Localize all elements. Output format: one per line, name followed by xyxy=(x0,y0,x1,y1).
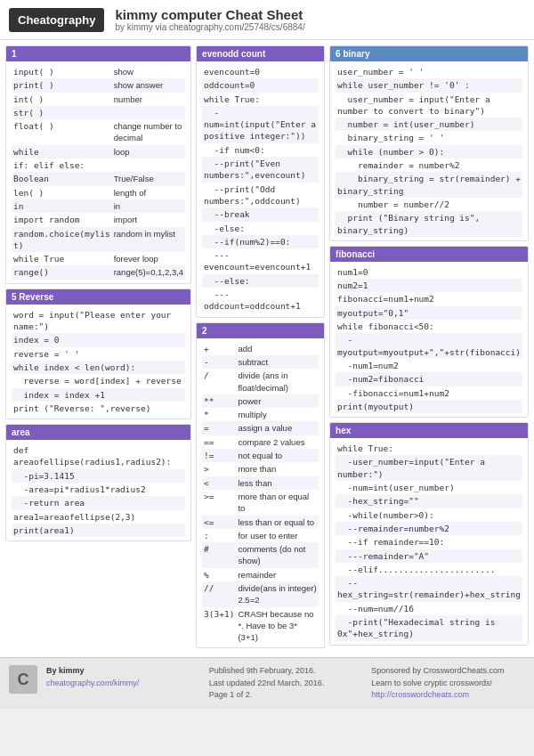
code-line: -num2=fibonacci xyxy=(336,372,522,386)
code-line: number = int(user_number) xyxy=(336,118,522,131)
code-line: oddcount=0 xyxy=(202,78,319,92)
table-row: **power xyxy=(202,394,319,408)
section-2-table: +add -subtract /divide (ans in float/dec… xyxy=(202,342,319,645)
code-line: area1=areaofellipse(2,3) xyxy=(12,510,185,524)
table-row: random.choice(mylis t)random in mylist xyxy=(12,227,185,253)
table-row: +add xyxy=(202,342,319,355)
table-row: >=more than or equal to xyxy=(202,490,319,516)
section-area-header: area xyxy=(6,425,190,440)
code-line: reverse = ' ' xyxy=(12,347,185,361)
code-line: while True: xyxy=(336,442,522,455)
table-row: str( ) xyxy=(12,106,185,119)
section-1-table: input( )show print( )show answer int( )n… xyxy=(12,65,185,280)
code-line: --print("Even numbers:",evencount) xyxy=(202,157,319,183)
logo: Cheatography xyxy=(9,8,104,32)
code-line: -return area xyxy=(12,496,185,509)
code-line: -area=pi*radius1*radius2 xyxy=(12,483,185,496)
section-hex-body: while True: -user_number=input("Enter a … xyxy=(330,438,528,644)
section-binary-header: 6 binary xyxy=(330,46,528,61)
section-reverse: 5 Reverse word = input("Please enter you… xyxy=(5,289,191,419)
footer-logo: C xyxy=(9,665,37,694)
table-row: range()range(5)=0,1,2,3,4 xyxy=(12,265,185,279)
code-line: while user_number != '0' : xyxy=(336,78,522,92)
code-line: --break xyxy=(202,207,319,221)
table-row: :for user to enter xyxy=(202,529,319,542)
section-binary: 6 binary user_number = ' ' while user_nu… xyxy=(329,45,529,241)
section-area-body: def areaofellipse(radius1,radius2): -pi=… xyxy=(6,440,190,541)
table-row: import randomimport xyxy=(12,213,185,226)
column-3: 6 binary user_number = ' ' while user_nu… xyxy=(329,45,529,648)
section-fibonacci-header: fibonacci xyxy=(330,247,528,262)
section-2-header: 2 xyxy=(197,323,324,338)
code-line: -num=int(input("Enter a positive integer… xyxy=(202,106,319,143)
column-2: evenodd count evencount=0 oddcount=0 whi… xyxy=(196,45,325,648)
footer-sponsor: Sponsored by CrosswordCheats.com Learn t… xyxy=(371,665,525,702)
code-line: user_number = ' ' xyxy=(336,65,522,78)
code-line: -num=int(user_number) xyxy=(336,481,522,494)
code-line: -else: xyxy=(202,222,319,235)
footer-page: Page 1 of 2. xyxy=(209,690,253,699)
section-reverse-header: 5 Reverse xyxy=(6,289,190,305)
code-line: -while(number>0): xyxy=(336,508,522,522)
table-row: len( )length of xyxy=(12,186,185,199)
footer-published: Published 9th February, 2016. xyxy=(209,666,316,675)
section-evenodd-body: evencount=0 oddcount=0 while True: -num=… xyxy=(197,61,324,317)
page-title: kimmy computer Cheat Sheet xyxy=(115,7,304,22)
section-area: area def areaofellipse(radius1,radius2):… xyxy=(5,424,191,541)
table-row: int( )number xyxy=(12,93,185,106)
code-line: --remainder=number%2 xyxy=(336,522,522,535)
section-evenodd: evenodd count evencount=0 oddcount=0 whi… xyxy=(196,45,325,318)
table-row: 3(3+1)CRASH because no *. Have to be 3*(… xyxy=(202,607,319,645)
code-line: ---remainder="A" xyxy=(336,549,522,563)
section-2: 2 +add -subtract /divide (ans in float/d… xyxy=(196,322,325,649)
code-line: -myoutput=myoutput+","+str(fibonacci) xyxy=(336,333,522,359)
column-1: 1 input( )show print( )show answer int( … xyxy=(5,45,191,648)
code-line: -if num<0: xyxy=(202,143,319,157)
table-row: #comments (do not show) xyxy=(202,542,319,568)
code-line: --print("Odd numbers:",oddcount) xyxy=(202,183,319,208)
table-row: if: elif else: xyxy=(12,159,185,172)
code-line: index = 0 xyxy=(12,333,185,346)
code-line: number = number//2 xyxy=(336,198,522,211)
code-line: binary_string = str(remainder) + binary_… xyxy=(336,172,522,198)
header-text: kimmy computer Cheat Sheet by kimmy via … xyxy=(115,7,304,32)
section-1-body: input( )show print( )show answer int( )n… xyxy=(6,61,190,283)
footer-updated: Last updated 22nd March, 2016. xyxy=(209,679,325,687)
footer-by-url[interactable]: cheatography.com/kimmy/ xyxy=(46,679,139,687)
code-line: -fibonacci=num1+num2 xyxy=(336,386,522,400)
table-row: BooleanTrue/False xyxy=(12,172,185,185)
footer-sponsor-url[interactable]: http://crosswordcheats.com xyxy=(371,690,469,699)
code-line: -num1=num2 xyxy=(336,359,522,372)
code-line: --hex_string=str(remainder)+hex_string xyxy=(336,576,522,602)
footer-sponsor-text: Learn to solve cryptic crosswords! xyxy=(371,679,492,687)
table-row: print( )show answer xyxy=(12,78,185,92)
table-row: /divide (ans in float/decimal) xyxy=(202,369,319,394)
code-line: --if(num%2)==0: xyxy=(202,235,319,248)
footer-sponsor-label: Sponsored by CrosswordCheats.com xyxy=(371,666,504,675)
code-line: user_number = input("Enter a number to c… xyxy=(336,93,522,118)
code-line: ---oddcount=oddcount+1 xyxy=(202,288,319,313)
header: Cheatography kimmy computer Cheat Sheet … xyxy=(0,0,534,40)
code-line: while index < len(word): xyxy=(12,361,185,374)
code-line: reverse = word[index] + reverse xyxy=(12,374,185,387)
code-line: -hex_string="" xyxy=(336,494,522,508)
code-line: binary_string = ' ' xyxy=(336,131,522,144)
main-content: 1 input( )show print( )show answer int( … xyxy=(0,40,534,654)
code-line: while (number > 0): xyxy=(336,145,522,159)
code-line: while True: xyxy=(202,93,319,106)
footer-author: By kimmy cheatography.com/kimmy/ xyxy=(46,665,200,689)
code-line: num2=1 xyxy=(336,279,522,292)
section-2-body: +add -subtract /divide (ans in float/dec… xyxy=(197,338,324,648)
code-line: --elif....................... xyxy=(336,563,522,576)
code-line: --num=num//16 xyxy=(336,602,522,615)
footer: C By kimmy cheatography.com/kimmy/ Publi… xyxy=(0,657,534,709)
code-line: word = input("Please enter your name:") xyxy=(12,308,185,334)
code-line: -pi=3.1415 xyxy=(12,469,185,483)
table-row: *multiply xyxy=(202,408,319,421)
table-row: //divide(ans in integer) 2.5=2 xyxy=(202,581,319,607)
section-binary-body: user_number = ' ' while user_number != '… xyxy=(330,61,528,240)
section-fibonacci-body: num1=0 num2=1 fibonacci=num1+num2 myoutp… xyxy=(330,262,528,417)
footer-meta: Published 9th February, 2016. Last updat… xyxy=(209,665,363,702)
code-line: remainder = number%2 xyxy=(336,159,522,172)
table-row: >more than xyxy=(202,462,319,476)
